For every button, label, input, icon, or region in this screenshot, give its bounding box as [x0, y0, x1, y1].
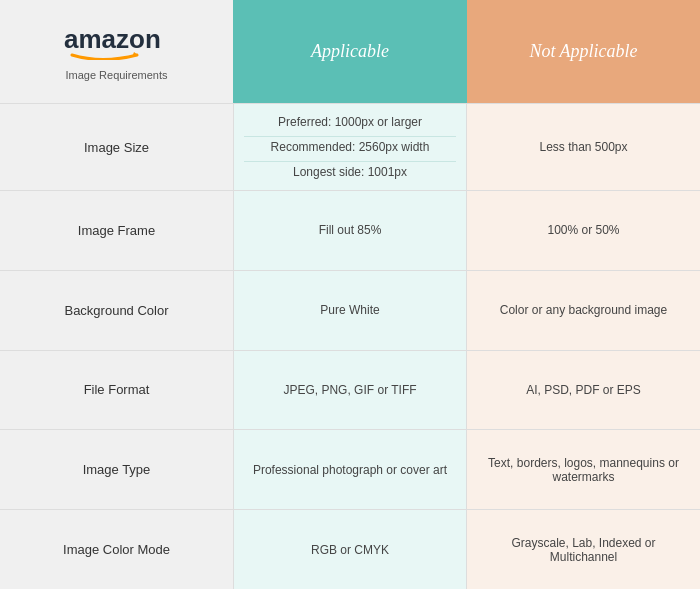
row-not-applicable-file-format: AI, PSD, PDF or EPS	[467, 351, 700, 430]
data-rows: Image Size Preferred: 1000px or larger R…	[0, 104, 700, 589]
table-row: Image Type Professional photograph or co…	[0, 430, 700, 510]
row-applicable-background-color: Pure White	[233, 271, 467, 350]
row-label-background-color: Background Color	[0, 271, 233, 350]
amazon-logo: amazon	[62, 22, 172, 65]
row-label-image-frame: Image Frame	[0, 191, 233, 270]
sub-item: Pure White	[244, 300, 456, 320]
table-row: Background Color Pure White Color or any…	[0, 271, 700, 351]
table-row: Image Size Preferred: 1000px or larger R…	[0, 104, 700, 191]
row-label-image-type: Image Type	[0, 430, 233, 509]
row-applicable-image-color-mode: RGB or CMYK	[233, 510, 467, 589]
applicable-label: Applicable	[311, 41, 389, 62]
row-applicable-image-frame: Fill out 85%	[233, 191, 467, 270]
row-label-file-format: File Format	[0, 351, 233, 430]
not-applicable-header: Not Applicable	[467, 0, 700, 103]
sub-item: Preferred: 1000px or larger	[244, 112, 456, 132]
sub-item: Fill out 85%	[244, 220, 456, 240]
row-not-applicable-image-type: Text, borders, logos, mannequins or wate…	[467, 430, 700, 509]
row-applicable-image-size: Preferred: 1000px or larger Recommended:…	[233, 104, 467, 190]
row-applicable-image-type: Professional photograph or cover art	[233, 430, 467, 509]
row-not-applicable-image-color-mode: Grayscale, Lab, Indexed or Multichannel	[467, 510, 700, 589]
sub-item: Professional photograph or cover art	[244, 460, 456, 480]
image-requirements-label: Image Requirements	[65, 69, 167, 81]
table-row: File Format JPEG, PNG, GIF or TIFF AI, P…	[0, 351, 700, 431]
row-label-image-size: Image Size	[0, 104, 233, 190]
applicable-header: Applicable	[233, 0, 467, 103]
svg-text:amazon: amazon	[64, 24, 161, 54]
row-not-applicable-background-color: Color or any background image	[467, 271, 700, 350]
row-applicable-file-format: JPEG, PNG, GIF or TIFF	[233, 351, 467, 430]
table-row: Image Color Mode RGB or CMYK Grayscale, …	[0, 510, 700, 589]
header-left: amazon Image Requirements	[0, 0, 233, 103]
sub-item: RGB or CMYK	[244, 540, 456, 560]
not-applicable-label: Not Applicable	[529, 41, 637, 62]
row-label-image-color-mode: Image Color Mode	[0, 510, 233, 589]
row-not-applicable-image-size: Less than 500px	[467, 104, 700, 190]
sub-item: JPEG, PNG, GIF or TIFF	[244, 380, 456, 400]
main-container: amazon Image Requirements Applicable Not…	[0, 0, 700, 589]
sub-item: Recommended: 2560px width	[244, 136, 456, 157]
header-row: amazon Image Requirements Applicable Not…	[0, 0, 700, 104]
table-row: Image Frame Fill out 85% 100% or 50%	[0, 191, 700, 271]
sub-item: Longest side: 1001px	[244, 161, 456, 182]
row-not-applicable-image-frame: 100% or 50%	[467, 191, 700, 270]
